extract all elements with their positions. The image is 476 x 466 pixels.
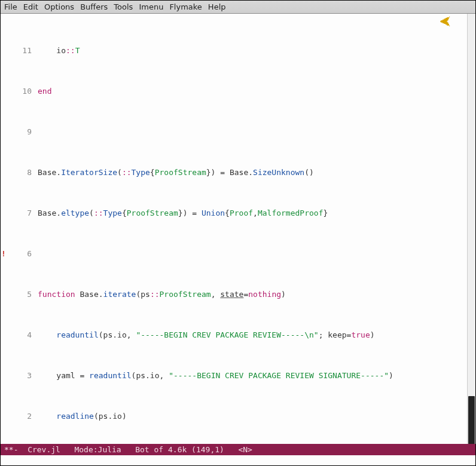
line-number: 7 <box>7 208 38 218</box>
line-number: 10 <box>7 86 38 96</box>
code-lines[interactable]: 11 io::T 10end 9 8Base.IteratorSize(::Ty… <box>1 14 467 444</box>
fringe-indicator <box>1 208 7 218</box>
menu-tools[interactable]: Tools <box>114 2 133 11</box>
minibuffer[interactable] <box>1 455 475 465</box>
menu-file[interactable]: File <box>4 2 17 11</box>
fringe-indicator <box>1 86 7 96</box>
modeline-modified: **- <box>4 445 18 454</box>
line-number: 3 <box>7 370 38 381</box>
fringe-indicator <box>1 45 7 56</box>
fringe-indicator <box>1 330 7 340</box>
emacs-frame: File Edit Options Buffers Tools Imenu Fl… <box>0 0 476 466</box>
line-number: 4 <box>7 330 38 340</box>
modeline-mode-label: Mode: <box>74 445 97 454</box>
menu-imenu[interactable]: Imenu <box>139 2 163 11</box>
modeline-major-mode[interactable]: Julia <box>98 445 121 454</box>
mode-line[interactable]: **- Crev.jl Mode:Julia Bot of 4.6k (149,… <box>1 444 475 455</box>
modeline-state: <N> <box>238 445 252 454</box>
fringe-indicator <box>1 411 7 421</box>
editor-area[interactable]: ⮜ 11 io::T 10end 9 8Base.IteratorSize(::… <box>1 14 475 444</box>
line-number: 8 <box>7 167 38 177</box>
menu-edit[interactable]: Edit <box>23 2 38 11</box>
fringe-indicator <box>1 370 7 381</box>
line-number: 2 <box>7 411 38 421</box>
menu-flymake[interactable]: Flymake <box>169 2 202 11</box>
fringe-indicator: ! <box>1 249 7 259</box>
line-number: 11 <box>7 45 38 56</box>
overlay-arrow-icon: ⮜ <box>440 15 451 29</box>
menu-buffers[interactable]: Buffers <box>80 2 108 11</box>
menubar[interactable]: File Edit Options Buffers Tools Imenu Fl… <box>1 1 475 14</box>
modeline-coords: (149,1) <box>191 445 224 454</box>
modeline-position: Bot of 4.6k <box>135 445 187 454</box>
scrollbar-thumb[interactable] <box>468 396 475 444</box>
line-number: 5 <box>7 289 38 299</box>
menu-options[interactable]: Options <box>44 2 74 11</box>
modeline-buffer-name[interactable]: Crev.jl <box>28 445 60 454</box>
menu-help[interactable]: Help <box>208 2 226 11</box>
line-number: 6 <box>7 249 38 259</box>
vertical-scrollbar[interactable] <box>467 14 475 444</box>
fringe-indicator <box>1 127 7 137</box>
fringe-indicator <box>1 289 7 299</box>
fringe-indicator <box>1 167 7 177</box>
line-number: 9 <box>7 127 38 137</box>
